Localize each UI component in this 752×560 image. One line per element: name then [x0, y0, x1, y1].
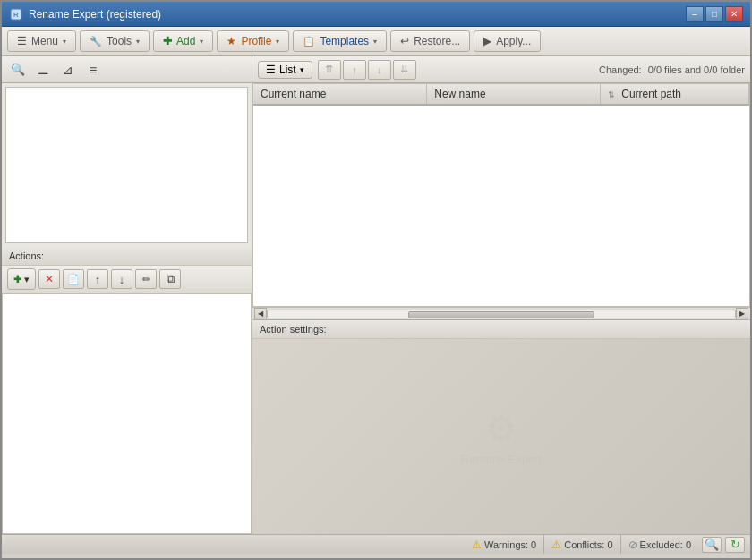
list-arrow-icon: ▾	[300, 65, 304, 74]
refresh-button[interactable]: ↻	[725, 537, 745, 553]
col-new-name: New name	[427, 84, 601, 105]
left-panel: 🔍 ⚊ ⊿ ≡ Actions: ✚	[2, 56, 252, 534]
tools-button[interactable]: 🔧 Tools ▾	[80, 30, 150, 52]
scrollbar-thumb[interactable]	[408, 311, 595, 318]
add-action-button[interactable]: ✚ ▾	[7, 268, 36, 290]
watermark: ⚙ Rename Expert	[461, 408, 542, 466]
changed-info: Changed: 0/0 files and 0/0 folder	[599, 64, 745, 75]
add-icon: ✚	[163, 35, 172, 47]
add-arrow-icon: ▾	[200, 38, 203, 46]
add-action-icon: ✚	[13, 274, 21, 285]
actions-section: Actions: ✚ ▾ ✕ 📄 ↑	[2, 247, 252, 534]
profile-arrow-icon: ▾	[276, 38, 279, 46]
app-icon: R	[9, 7, 23, 21]
profile-star-icon: ★	[226, 35, 236, 47]
col-current-name: Current name	[253, 84, 427, 105]
tree-view-button[interactable]: ⚊	[32, 60, 54, 80]
right-sections: Current name New name ⇅ Current path	[252, 83, 750, 534]
nav-arrows: ⇈ ↑ ↓ ⇊	[318, 60, 416, 80]
script-icon: 📄	[67, 274, 80, 285]
move-up-button[interactable]: ↑	[87, 269, 108, 289]
list-options-button[interactable]: ≡	[82, 60, 104, 80]
duplicate-icon: ⧉	[167, 272, 175, 286]
templates-icon: 📋	[303, 36, 315, 47]
apply-icon: ▶	[483, 35, 491, 47]
excluded-icon: ⊘	[628, 539, 637, 551]
list-options-icon: ≡	[90, 63, 97, 77]
actions-toolbar: ✚ ▾ ✕ 📄 ↑ ↓ ✏	[2, 266, 252, 293]
svg-text:R: R	[13, 11, 19, 19]
conflict-icon: ⚠	[551, 539, 561, 551]
action-settings-content: ⚙ Rename Expert	[252, 339, 750, 534]
maximize-button[interactable]: □	[705, 6, 723, 22]
title-bar: R Rename Expert (registered) – □ ✕	[2, 2, 750, 27]
conflicts-status: ⚠ Conflicts: 0	[544, 535, 620, 554]
action-settings-label: Action settings:	[252, 320, 750, 339]
go-up-button[interactable]: ↑	[343, 60, 366, 80]
refresh-icon: ↻	[731, 538, 740, 551]
left-preview	[5, 87, 248, 243]
add-action-arrow-icon: ▾	[24, 274, 30, 285]
move-up-icon: ↑	[95, 273, 101, 286]
filter-button[interactable]: ⊿	[57, 60, 79, 80]
actions-label: Actions:	[2, 247, 252, 266]
search-icon: 🔍	[11, 63, 25, 76]
go-to-bottom-button[interactable]: ⇊	[393, 60, 416, 80]
scroll-right-button[interactable]: ▶	[736, 308, 748, 320]
restore-icon: ↩	[400, 35, 409, 47]
sort-icon: ⇅	[608, 90, 615, 99]
go-down-button[interactable]: ↓	[368, 60, 391, 80]
window-title: Rename Expert (registered)	[29, 8, 686, 21]
excluded-status: ⊘ Excluded: 0	[621, 535, 698, 554]
scrollbar-track[interactable]	[267, 310, 736, 318]
col-current-path: ⇅ Current path	[600, 84, 748, 105]
warnings-status: ⚠ Warnings: 0	[465, 535, 544, 554]
restore-button[interactable]: ↩ Restore...	[390, 30, 470, 52]
menu-button[interactable]: ☰ Menu ▾	[7, 30, 76, 52]
horizontal-scrollbar[interactable]: ◀ ▶	[252, 307, 750, 319]
duplicate-button[interactable]: ⧉	[159, 269, 181, 289]
templates-arrow-icon: ▾	[373, 38, 377, 46]
file-table: Current name New name ⇅ Current path	[253, 84, 749, 106]
right-panel: ☰ List ▾ ⇈ ↑ ↓ ⇊ Changed: 0/0 files and …	[252, 56, 750, 534]
edit-icon: ✏	[142, 274, 150, 285]
filter-icon: ⊿	[63, 63, 73, 77]
move-down-button[interactable]: ↓	[111, 269, 132, 289]
delete-icon: ✕	[45, 273, 54, 285]
search-button[interactable]: 🔍	[7, 60, 29, 80]
left-toolbar: 🔍 ⚊ ⊿ ≡	[2, 56, 252, 83]
content-area: 🔍 ⚊ ⊿ ≡ Actions: ✚	[2, 56, 750, 534]
tree-icon: ⚊	[38, 63, 49, 77]
main-toolbar: ☰ Menu ▾ 🔧 Tools ▾ ✚ Add ▾ ★ Profile ▾ 📋…	[2, 27, 750, 56]
file-area: Current name New name ⇅ Current path	[252, 83, 750, 319]
window-controls: – □ ✕	[686, 6, 743, 22]
minimize-button[interactable]: –	[686, 6, 704, 22]
tools-arrow-icon: ▾	[136, 38, 140, 46]
go-to-top-button[interactable]: ⇈	[318, 60, 341, 80]
list-view-icon: ☰	[266, 64, 276, 76]
right-toolbar: ☰ List ▾ ⇈ ↑ ↓ ⇊ Changed: 0/0 files and …	[252, 56, 750, 83]
move-down-icon: ↓	[119, 273, 125, 286]
templates-button[interactable]: 📋 Templates ▾	[293, 30, 387, 52]
edit-action-button[interactable]: ✏	[135, 269, 157, 289]
apply-button[interactable]: ▶ Apply...	[474, 30, 541, 52]
profile-button[interactable]: ★ Profile ▾	[217, 30, 289, 52]
menu-icon: ☰	[17, 35, 27, 47]
scroll-left-button[interactable]: ◀	[254, 308, 267, 320]
action-settings-section: Action settings: ⚙ Rename Expert	[252, 319, 750, 534]
delete-action-button[interactable]: ✕	[38, 269, 60, 289]
tools-icon: 🔧	[90, 36, 102, 47]
folder-icon: 🔍	[705, 538, 719, 551]
file-table-container: Current name New name ⇅ Current path	[252, 83, 750, 307]
list-view-button[interactable]: ☰ List ▾	[258, 61, 312, 79]
menu-arrow-icon: ▾	[63, 38, 66, 46]
open-folder-button[interactable]: 🔍	[702, 537, 722, 553]
warning-icon: ⚠	[472, 539, 482, 551]
add-button[interactable]: ✚ Add ▾	[153, 30, 213, 52]
status-bar: ⚠ Warnings: 0 ⚠ Conflicts: 0 ⊘ Excluded:…	[2, 534, 750, 554]
actions-list	[2, 293, 252, 534]
close-button[interactable]: ✕	[725, 6, 743, 22]
script-button[interactable]: 📄	[63, 269, 84, 289]
